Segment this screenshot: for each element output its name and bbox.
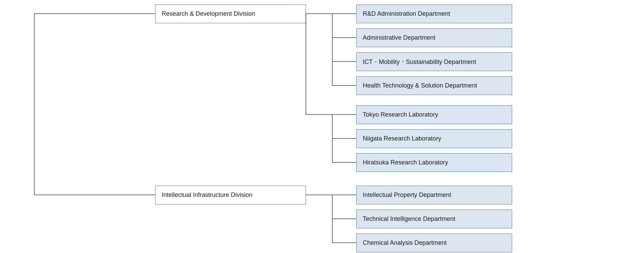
tokyo-node: Tokyo Research Laboratory (356, 105, 512, 124)
admin-node: Administrative Department (356, 28, 512, 47)
hiratsuka-node: Hiratsuka Research Laboratory (356, 153, 512, 172)
ii-division-node: Intellectual Infrastructure Division (155, 186, 306, 204)
chem-label: Chemical Analysis Department (363, 239, 447, 247)
ii-division-label: Intellectual Infrastructure Division (162, 191, 252, 199)
chem-node: Chemical Analysis Department (356, 234, 512, 252)
ict-node: ICT・Mobility・Sustainability Department (356, 52, 512, 71)
tech-intel-label: Technical Intelligence Department (363, 215, 455, 223)
rd-division-label: Research & Development Division (162, 10, 255, 17)
rd-admin-node: R&D Administration Department (356, 4, 512, 23)
health-label: Health Technology & Solution Department (363, 82, 477, 89)
ip-label: Intellectual Property Department (363, 191, 451, 199)
org-chart: Research & Development Division Intellec… (0, 0, 644, 253)
niigata-label: Niigata Research Laboratory (363, 135, 441, 142)
hiratsuka-label: Hiratsuka Research Laboratory (363, 159, 448, 166)
tokyo-label: Tokyo Research Laboratory (363, 111, 438, 118)
tech-intel-node: Technical Intelligence Department (356, 210, 512, 228)
niigata-node: Niigata Research Laboratory (356, 129, 512, 148)
ict-label: ICT・Mobility・Sustainability Department (363, 58, 476, 66)
rd-admin-label: R&D Administration Department (363, 10, 450, 17)
admin-label: Administrative Department (363, 34, 435, 41)
rd-division-node: Research & Development Division (155, 4, 306, 23)
connector-lines (0, 0, 644, 253)
health-node: Health Technology & Solution Department (356, 76, 512, 95)
ip-node: Intellectual Property Department (356, 186, 512, 204)
